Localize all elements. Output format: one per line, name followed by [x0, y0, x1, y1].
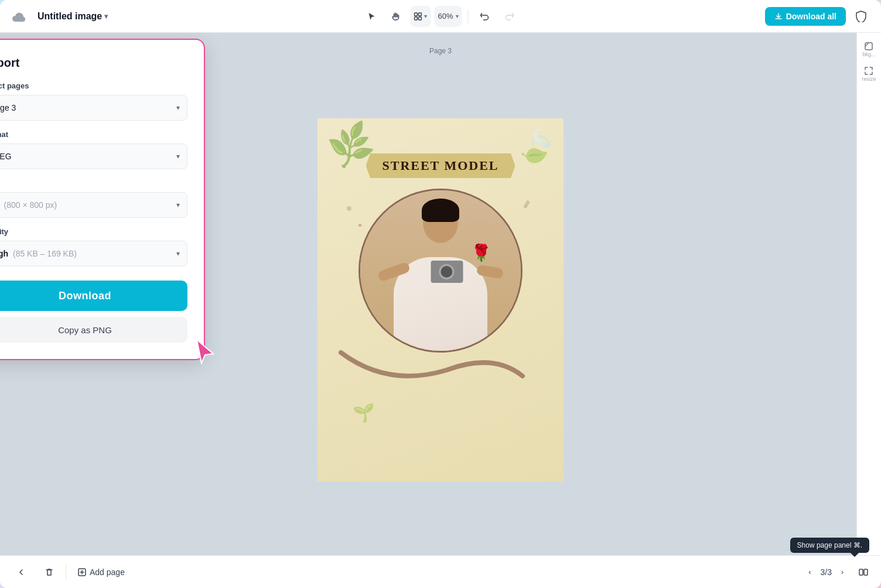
- dot-1: [347, 206, 351, 211]
- svg-rect-4: [865, 43, 872, 50]
- title-chevron-icon: ▾: [104, 12, 108, 20]
- export-title: Export: [0, 56, 187, 70]
- bkg-label: bkg...: [862, 52, 875, 57]
- svg-rect-1: [418, 13, 421, 16]
- add-page-label: Add page: [90, 568, 125, 577]
- main-area: Page 3 🌿 🍃 STREET MODEL: [0, 33, 881, 555]
- bottom-bar-right: ‹ 3/3 ›: [802, 564, 872, 580]
- redo-button[interactable]: [499, 6, 520, 27]
- canvas-area: Page 3 🌿 🍃 STREET MODEL: [0, 33, 881, 555]
- quality-value: High (85 KB – 169 KB): [0, 249, 77, 258]
- banner-text: STREET MODEL: [382, 158, 498, 173]
- design-background: 🌿 🍃 STREET MODEL: [317, 118, 564, 481]
- show-page-panel-button[interactable]: [855, 564, 872, 580]
- delete-button[interactable]: [37, 564, 61, 580]
- bottom-divider: [66, 565, 66, 579]
- svg-rect-2: [414, 17, 417, 20]
- quality-muted: (85 KB – 169 KB): [13, 249, 77, 258]
- show-page-panel-tooltip: Show page panel ⌘.: [790, 538, 869, 553]
- bkg-tool-button[interactable]: bkg...: [859, 39, 880, 60]
- select-pages-dropdown[interactable]: Page 3 ▾: [0, 95, 187, 121]
- size-muted: (800 × 800 px): [4, 200, 57, 210]
- quality-label: Quality: [0, 227, 187, 236]
- quality-chevron-icon: ▾: [176, 249, 180, 258]
- next-page-button[interactable]: ›: [834, 564, 851, 580]
- resize-tool-button[interactable]: resize: [859, 63, 880, 84]
- zoom-chevron-icon: ▾: [456, 13, 459, 19]
- document-title-button[interactable]: Untitled image ▾: [33, 9, 112, 24]
- document-title: Untitled image: [37, 11, 102, 22]
- format-value: JPEG: [0, 152, 12, 161]
- shield-button[interactable]: [851, 6, 872, 27]
- bottom-bar-left: Add page: [9, 564, 132, 580]
- size-label: Size: [0, 179, 187, 187]
- svg-rect-0: [414, 13, 417, 16]
- page-label: Page 3: [429, 47, 452, 55]
- design-banner: STREET MODEL: [366, 153, 515, 178]
- circle-frame: 🌹: [358, 189, 523, 353]
- canvas-card: 🌿 🍃 STREET MODEL: [317, 118, 564, 481]
- spacer: [0, 276, 187, 281]
- toolbar-center: ▾ 60% ▾: [361, 6, 520, 27]
- size-value: 1x (800 × 800 px): [0, 200, 57, 210]
- layout-tool-button[interactable]: ▾: [410, 6, 431, 27]
- bottom-bar: Add page ‹ 3/3 ›: [0, 555, 881, 588]
- format-label: Format: [0, 130, 187, 139]
- zoom-level: 60%: [438, 12, 453, 20]
- toolbar-right: Download all: [765, 6, 872, 27]
- svg-rect-3: [418, 17, 421, 20]
- resize-label: resize: [862, 76, 876, 82]
- format-chevron-icon: ▾: [176, 152, 180, 160]
- select-pages-value: Page 3: [0, 103, 16, 112]
- cloud-icon: [9, 7, 28, 26]
- zoom-button[interactable]: 60% ▾: [434, 6, 462, 27]
- bottom-leaf: 🌱: [353, 402, 374, 423]
- back-button[interactable]: [9, 564, 33, 580]
- select-tool-button[interactable]: [361, 6, 382, 27]
- download-button[interactable]: Download: [0, 281, 187, 311]
- toolbar: Untitled image ▾ ▾ 60% ▾ Download all: [0, 0, 881, 33]
- layout-chevron-icon: ▾: [424, 13, 427, 19]
- svg-rect-10: [864, 569, 868, 575]
- prev-page-button[interactable]: ‹: [802, 564, 818, 580]
- download-all-button[interactable]: Download all: [765, 7, 846, 26]
- page-counter: 3/3: [821, 568, 832, 577]
- select-pages-label: Select pages: [0, 81, 187, 90]
- export-panel: Export Select pages Page 3 ▾ Format JPEG…: [0, 39, 205, 360]
- right-slim-sidebar: bkg... resize: [856, 33, 881, 555]
- flower-icon: 🌹: [471, 243, 491, 262]
- toolbar-divider: [468, 9, 469, 23]
- download-all-label: Download all: [786, 12, 836, 21]
- select-pages-chevron-icon: ▾: [176, 104, 180, 112]
- cursor-pointer: [192, 337, 216, 371]
- hand-tool-button[interactable]: [385, 6, 407, 27]
- svg-rect-9: [859, 569, 863, 575]
- format-dropdown[interactable]: JPEG ▾: [0, 143, 187, 169]
- undo-button[interactable]: [474, 6, 496, 27]
- add-page-button[interactable]: Add page: [71, 564, 132, 580]
- size-chevron-icon: ▾: [176, 201, 180, 209]
- page-navigation: ‹ 3/3 ›: [802, 564, 851, 580]
- quality-dropdown[interactable]: High (85 KB – 169 KB) ▾: [0, 241, 187, 266]
- copy-png-button[interactable]: Copy as PNG: [0, 317, 187, 343]
- size-dropdown[interactable]: 1x (800 × 800 px) ▾: [0, 192, 187, 218]
